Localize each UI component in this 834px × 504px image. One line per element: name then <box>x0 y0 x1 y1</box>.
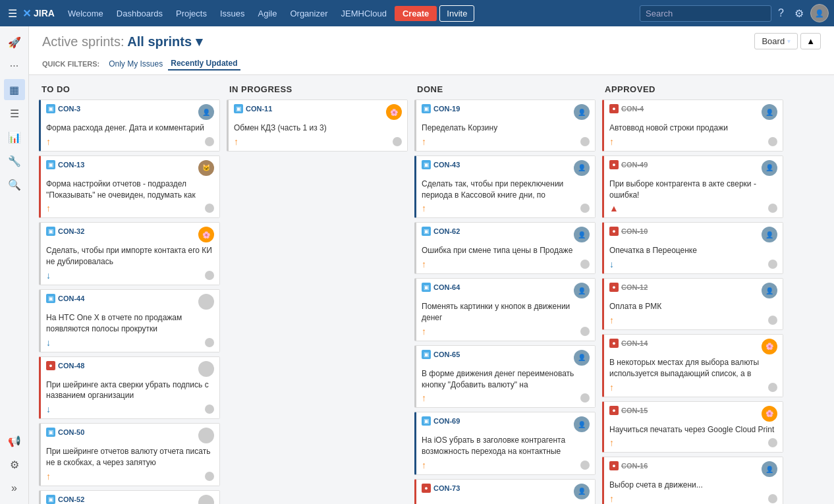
card-top: ● CON-10 👤 <box>609 227 777 242</box>
nav-jemhcloud[interactable]: JEMHCloud <box>336 6 392 21</box>
card-id[interactable]: CON-48 <box>58 362 84 370</box>
avatar: 👤 <box>762 283 777 298</box>
card-title: Обмен КДЗ (часть 1 из 3) <box>234 123 402 134</box>
create-button[interactable]: Create <box>395 6 437 21</box>
kanban-card[interactable]: ● CON-49 👤 При выборе контрагента в акте… <box>602 155 783 219</box>
kanban-card[interactable]: ▣ CON-11 🌸 Обмен КДЗ (часть 1 из 3) ↑ <box>227 99 408 152</box>
user-avatar[interactable]: 👤 <box>810 4 829 22</box>
kanban-card[interactable]: ● CON-48 При шейринге акта сверки убрать… <box>39 356 220 420</box>
nav-dashboards[interactable]: Dashboards <box>111 6 168 21</box>
board-button[interactable]: Board ▾ <box>754 33 798 49</box>
card-id[interactable]: CON-10 <box>621 227 648 235</box>
card-id[interactable]: CON-43 <box>433 161 460 169</box>
nav-welcome[interactable]: Welcome <box>63 6 109 21</box>
sidebar-icon-settings[interactable]: ⚙ <box>4 454 25 475</box>
kanban-card[interactable]: ● CON-4 👤 Автоввод новой строки продажи … <box>602 99 783 152</box>
avatar: 👤 <box>574 350 590 366</box>
kanban-card[interactable]: ● CON-16 👤 Выбор счета в движени... ↑ <box>602 457 783 504</box>
priority-icon: ↑ <box>422 393 426 403</box>
nav-organizer[interactable]: Organizer <box>285 6 333 21</box>
sprint-selector[interactable]: All sprints ▾ <box>127 34 202 49</box>
issue-type-icon: ● <box>609 283 619 292</box>
kanban-card[interactable]: ● CON-14 🌸 В некоторых местах для выбора… <box>602 334 783 397</box>
board-label: Board <box>762 36 785 46</box>
kanban-card[interactable]: ▣ CON-64 👤 Поменять картинки у кнопок в … <box>414 278 596 341</box>
collapse-button[interactable]: ▲ <box>800 33 821 49</box>
menu-icon[interactable]: ☰ <box>5 5 20 22</box>
card-id[interactable]: CON-13 <box>58 161 84 169</box>
nav-agile[interactable]: Agile <box>253 6 283 21</box>
issue-type-icon: ● <box>46 361 55 370</box>
status-dot <box>205 271 214 280</box>
card-meta: ● CON-12 <box>609 283 648 292</box>
logo-text: JIRA <box>34 8 55 18</box>
card-id[interactable]: CON-15 <box>621 406 648 414</box>
sidebar-icon-search[interactable]: 🔍 <box>4 174 25 195</box>
sidebar-icon-board[interactable]: ▦ <box>4 79 25 100</box>
card-id[interactable]: CON-73 <box>433 484 460 492</box>
jira-logo[interactable]: ✕ JIRA <box>22 7 55 20</box>
priority-icon: ↑ <box>422 460 426 470</box>
card-id[interactable]: CON-11 <box>246 105 272 113</box>
priority-icon: ↓ <box>46 270 51 281</box>
card-top: ▣ CON-52 <box>46 495 214 504</box>
kanban-card[interactable]: ● CON-12 👤 Оплата в РМК ↑ <box>602 278 783 330</box>
kanban-card[interactable]: ● CON-15 🌸 Научиться печатать через Goog… <box>602 401 783 453</box>
avatar <box>198 361 214 377</box>
kanban-card[interactable]: ▣ CON-13 🐱 Форма настройки отчетов - под… <box>39 155 220 219</box>
card-id[interactable]: CON-52 <box>58 495 84 503</box>
card-id[interactable]: CON-64 <box>433 283 460 291</box>
card-meta: ▣ CON-52 <box>46 495 84 504</box>
nav-projects[interactable]: Projects <box>171 6 212 21</box>
kanban-card[interactable]: ▣ CON-65 👤 В форме движения денег переим… <box>414 345 596 408</box>
card-id[interactable]: CON-3 <box>58 105 80 113</box>
card-id[interactable]: CON-14 <box>621 339 648 347</box>
card-bottom: ↑ <box>46 203 214 213</box>
card-id[interactable]: CON-62 <box>433 227 460 235</box>
kanban-card[interactable]: ● CON-73 👤 После продажи розничному... ↑ <box>414 479 596 504</box>
sidebar-icon-chart[interactable]: 📊 <box>4 126 25 148</box>
card-title: Автоввод новой строки продажи <box>609 123 777 134</box>
kanban-card[interactable]: ● CON-10 👤 Опечатка в Переоценке ↓ <box>602 222 783 274</box>
card-id[interactable]: CON-49 <box>621 161 648 169</box>
card-id[interactable]: CON-50 <box>58 428 84 436</box>
sidebar-icon-ellipsis[interactable]: ··· <box>4 55 25 76</box>
sidebar-icon-rocket[interactable]: 🚀 <box>4 32 25 53</box>
card-meta: ▣ CON-13 <box>46 160 84 169</box>
card-id[interactable]: CON-44 <box>58 294 84 302</box>
card-id[interactable]: CON-16 <box>621 462 648 470</box>
card-top: ▣ CON-69 👤 <box>422 416 590 432</box>
kanban-card[interactable]: ▣ CON-43 👤 Сделать так, чтобы при перекл… <box>414 155 596 219</box>
sidebar-icon-puzzle[interactable]: 🔧 <box>4 150 25 171</box>
sidebar-icon-expand[interactable]: » <box>4 478 25 499</box>
card-bottom: ▲ <box>609 203 777 213</box>
card-top: ● CON-16 👤 <box>609 461 777 477</box>
card-id[interactable]: CON-12 <box>621 283 648 291</box>
filter-recently-updated[interactable]: Recently Updated <box>168 57 240 70</box>
card-bottom: ↑ <box>609 493 777 504</box>
settings-icon[interactable]: ⚙ <box>791 5 808 22</box>
issue-type-icon: ● <box>609 461 619 470</box>
card-id[interactable]: CON-4 <box>621 105 644 113</box>
card-id[interactable]: CON-65 <box>433 350 460 358</box>
kanban-card[interactable]: ▣ CON-3 👤 Форма расхода денег. Дата и ко… <box>39 99 220 152</box>
kanban-card[interactable]: ▣ CON-50 При шейринге отчетов валюту отч… <box>39 423 220 486</box>
nav-issues[interactable]: Issues <box>215 6 250 21</box>
sidebar-icon-megaphone[interactable]: 📢 <box>4 430 25 451</box>
sidebar-icon-list[interactable]: ☰ <box>4 103 25 124</box>
kanban-card[interactable]: ▣ CON-44 На HTC One X в отчете по продаж… <box>39 289 220 352</box>
card-id[interactable]: CON-19 <box>433 105 460 113</box>
kanban-card[interactable]: ▣ CON-62 👤 Ошибка при смене типа цены в … <box>414 222 596 274</box>
card-id[interactable]: CON-32 <box>58 227 84 235</box>
help-icon[interactable]: ? <box>774 5 788 22</box>
card-id[interactable]: CON-69 <box>433 417 460 425</box>
kanban-card[interactable]: ▣ CON-32 🌸 Сделать, чтобы при импорте ко… <box>39 222 220 285</box>
invite-button[interactable]: Invite <box>439 5 474 22</box>
filter-my-issues[interactable]: Only My Issues <box>106 58 165 70</box>
search-input[interactable] <box>640 5 771 22</box>
kanban-card[interactable]: ▣ CON-52 Переименовать Расход... ↓ <box>39 490 220 504</box>
card-meta: ▣ CON-19 <box>422 104 460 113</box>
issue-type-icon: ● <box>609 406 619 415</box>
kanban-card[interactable]: ▣ CON-69 👤 На iOS убрать в заголовке кон… <box>414 412 596 475</box>
kanban-card[interactable]: ▣ CON-19 👤 Переделать Корзину ↑ <box>414 99 596 152</box>
